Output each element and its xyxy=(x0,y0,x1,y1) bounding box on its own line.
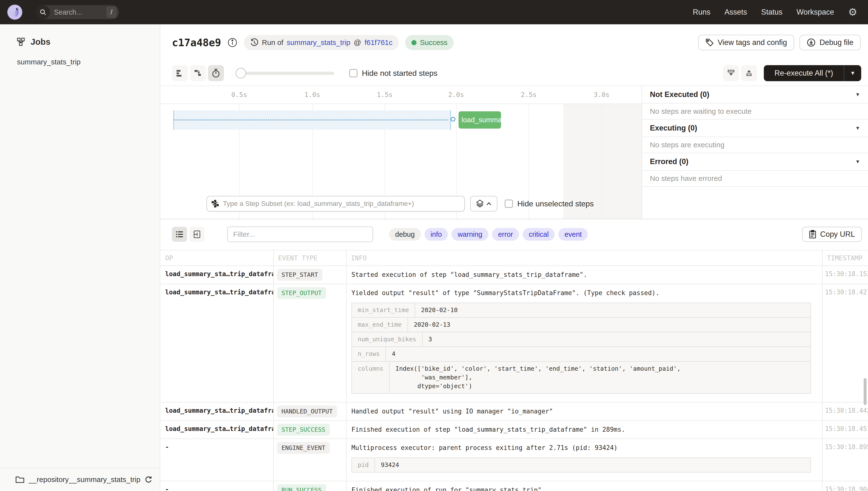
hide-unselected-label: Hide unselected steps xyxy=(517,199,594,208)
log-row: load_summary_sta…trip_dataframe STEP_OUT… xyxy=(160,284,868,403)
repository-name: __repository__summary_stats_trip xyxy=(29,475,141,484)
run-header: c17a48e9 Run of summary_stats_trip @ f61… xyxy=(160,24,868,61)
log-table: OP EVENT TYPE INFO TIMESTAMP load_summar… xyxy=(160,250,868,491)
chevron-down-icon: ▼ xyxy=(855,92,860,97)
view-waterfall-button[interactable] xyxy=(190,65,206,81)
log-list-view-button[interactable] xyxy=(172,227,187,242)
axis-tick: 0.5s xyxy=(231,91,247,98)
level-info[interactable]: info xyxy=(425,228,448,241)
folder-icon xyxy=(16,476,24,483)
view-timed-button[interactable] xyxy=(208,65,224,81)
run-of-label: Run of xyxy=(262,38,283,47)
zoom-slider[interactable] xyxy=(237,65,334,81)
toolbar-right: Re-execute All (*) ▼ xyxy=(723,65,868,81)
view-flat-button[interactable] xyxy=(172,65,188,81)
level-warning[interactable]: warning xyxy=(452,228,488,241)
op-name: load_summary_sta…trip_dataframe xyxy=(160,266,273,281)
search-icon xyxy=(36,5,50,19)
level-critical[interactable]: critical xyxy=(523,228,555,241)
bar-arrow-down-icon xyxy=(727,69,735,77)
gridline xyxy=(601,104,602,219)
nav-item-status[interactable]: Status xyxy=(761,8,782,17)
metadata-key: columns xyxy=(352,362,390,394)
level-event[interactable]: event xyxy=(558,228,588,241)
step-subset-field xyxy=(207,196,465,211)
log-toolbar: debug info warning error critical event … xyxy=(160,219,868,250)
axis-tick: 1.0s xyxy=(304,91,320,98)
op-subset-icon xyxy=(211,200,219,208)
reexecute-menu-caret[interactable]: ▼ xyxy=(844,70,861,76)
run-logs: debug info warning error critical event … xyxy=(160,219,868,491)
debug-file-button[interactable]: Debug file xyxy=(800,35,861,50)
eject-up-icon xyxy=(745,69,753,77)
gantt-step-bar[interactable]: load_summary_ xyxy=(459,111,501,128)
run-info-icon[interactable] xyxy=(227,37,238,48)
log-scrollbar-thumb[interactable] xyxy=(864,378,867,405)
sidebar-title: Jobs xyxy=(0,24,160,47)
search-input[interactable] xyxy=(50,8,106,16)
log-row: load_summary_sta…trip_dataframe STEP_STA… xyxy=(160,266,868,284)
clipboard-icon xyxy=(809,230,816,239)
event-type-badge: ENGINE_EVENT xyxy=(277,442,330,454)
axis-tick: 1.5s xyxy=(377,91,393,98)
col-op: OP xyxy=(160,254,273,262)
diamond-layers-icon xyxy=(476,200,484,208)
pipeline-link[interactable]: summary_stats_trip xyxy=(287,38,350,47)
log-level-filters: debug info warning error critical event xyxy=(389,228,588,241)
reload-repository-icon[interactable] xyxy=(145,476,152,484)
collapse-down-button[interactable] xyxy=(723,65,739,81)
bullet-list-icon xyxy=(176,231,183,238)
copy-url-button[interactable]: Copy URL xyxy=(802,227,862,242)
slider-track xyxy=(237,72,334,75)
metadata-key: num_unique_bikes xyxy=(352,332,423,346)
col-event-type: EVENT TYPE xyxy=(273,254,346,262)
metadata-key: n_rows xyxy=(352,347,386,361)
sidebar-job-summary-stats-trip[interactable]: summary_stats_trip xyxy=(0,47,160,66)
reexecute-split-button: Re-execute All (*) ▼ xyxy=(764,65,861,81)
search-shortcut-key: / xyxy=(106,6,117,18)
section-executing[interactable]: Executing (0)▼ xyxy=(642,120,868,137)
nav-item-runs[interactable]: Runs xyxy=(693,8,710,17)
settings-gear-icon[interactable]: ⚙ xyxy=(848,7,857,17)
op-name: - xyxy=(160,481,273,491)
level-error[interactable]: error xyxy=(492,228,519,241)
op-name: load_summary_sta…trip_dataframe xyxy=(160,284,273,299)
log-table-header: OP EVENT TYPE INFO TIMESTAMP xyxy=(160,250,868,266)
at-separator: @ xyxy=(353,38,361,47)
log-row: load_summary_sta…trip_dataframe HANDLED_… xyxy=(160,403,868,421)
event-type-badge: STEP_START xyxy=(277,269,322,281)
expand-up-button[interactable] xyxy=(741,65,757,81)
log-info: Handled output "result" using IO manager… xyxy=(346,403,822,420)
section-executing-empty: No steps are executing xyxy=(642,137,868,153)
dependency-dotted-line xyxy=(174,120,448,120)
hide-unselected-checkbox[interactable] xyxy=(505,200,513,208)
step-subset-input[interactable] xyxy=(222,200,460,208)
metadata-value: 2020-02-10 xyxy=(415,303,464,317)
log-structured-view-button[interactable] xyxy=(189,227,205,242)
hide-not-started-checkbox[interactable] xyxy=(349,69,358,77)
dependency-node-icon xyxy=(451,117,455,121)
download-circle-icon xyxy=(807,38,815,47)
commit-link[interactable]: f61f761c xyxy=(365,38,393,47)
event-type-badge: STEP_OUTPUT xyxy=(277,287,326,299)
slider-thumb[interactable] xyxy=(236,68,246,79)
tag-icon xyxy=(706,38,714,47)
nav-item-assets[interactable]: Assets xyxy=(724,8,747,17)
dagster-logo-icon[interactable] xyxy=(7,5,22,20)
event-type-badge: RUN_SUCCESS xyxy=(277,484,326,491)
reexecute-all-button[interactable]: Re-execute All (*) xyxy=(764,69,844,78)
run-id: c17a48e9 xyxy=(172,37,221,49)
log-timestamp: 15:30:18.904 xyxy=(822,481,868,491)
log-info: Multiprocess executor: parent process ex… xyxy=(346,439,822,481)
section-errored[interactable]: Errored (0)▼ xyxy=(642,153,868,171)
graph-query-button[interactable] xyxy=(470,196,497,211)
log-filter-input[interactable] xyxy=(227,227,373,242)
hide-not-started-label: Hide not started steps xyxy=(362,69,437,78)
section-not-executed[interactable]: Not Executed (0)▼ xyxy=(642,86,868,104)
view-tags-config-button[interactable]: View tags and config xyxy=(698,35,795,50)
nav-item-workspace[interactable]: Workspace xyxy=(797,8,834,17)
log-info: Finished execution of step "load_summary… xyxy=(346,421,822,438)
structured-panel-icon xyxy=(193,230,200,238)
section-errored-empty: No steps have errored xyxy=(642,171,868,187)
level-debug[interactable]: debug xyxy=(389,228,421,241)
